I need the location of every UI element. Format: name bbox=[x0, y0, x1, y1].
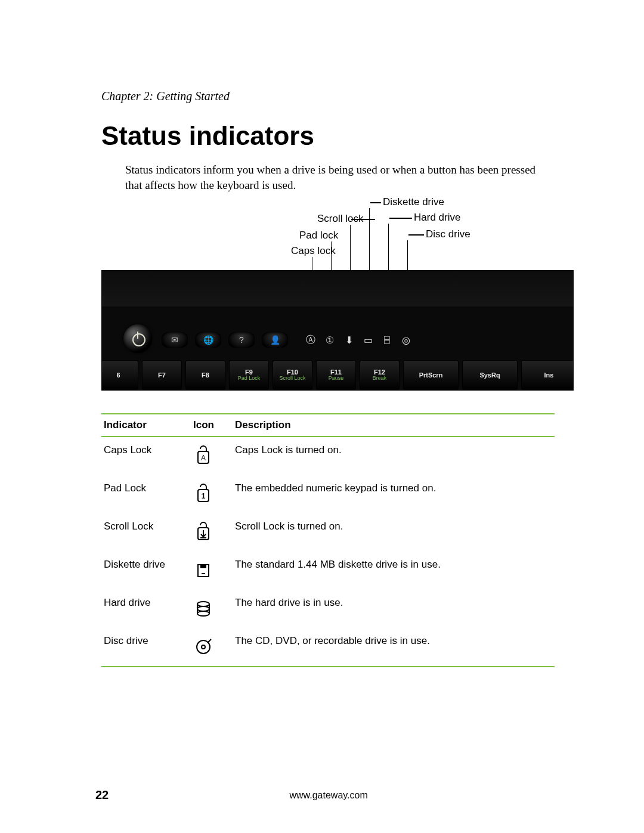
callout-line bbox=[370, 202, 381, 203]
key: PrtScrn bbox=[403, 360, 459, 390]
th-icon: Icon bbox=[193, 419, 235, 431]
table-row: Scroll LockScroll Lock is turned on. bbox=[101, 513, 555, 552]
page-footer: 22 www.gateway.com bbox=[95, 788, 549, 802]
callout-line bbox=[351, 219, 375, 220]
key-row: 6F7F8F9Pad LockF10Scroll LockF11PauseF12… bbox=[101, 360, 574, 390]
callout-disc: Disc drive bbox=[426, 228, 470, 240]
page-number: 22 bbox=[95, 788, 109, 802]
keyboard-photo: ✉ 🌐 ? 👤 Ⓐ ① ⬇ ▭ ⌸ ◎ 6F7F8F9Pad LockF10Sc… bbox=[101, 270, 574, 391]
web-icon: 🌐 bbox=[195, 332, 221, 348]
diskette-icon bbox=[193, 559, 213, 583]
user-icon: 👤 bbox=[262, 332, 288, 348]
table-row: Caps LockACaps Lock is turned on. bbox=[101, 437, 555, 475]
callout-caps: Caps lock bbox=[291, 245, 336, 257]
callout-pad: Pad lock bbox=[299, 230, 338, 241]
cell-description: The embedded numeric keypad is turned on… bbox=[235, 482, 555, 494]
table-row: Diskette driveThe standard 1.44 MB diske… bbox=[101, 552, 555, 590]
key: F11Pause bbox=[316, 360, 356, 390]
chapter-label: Chapter 2: Getting Started bbox=[101, 89, 555, 103]
key: F9Pad Lock bbox=[229, 360, 269, 390]
cell-icon: A bbox=[193, 444, 235, 468]
discdrive-icon bbox=[193, 635, 213, 659]
cell-indicator: Pad Lock bbox=[101, 482, 193, 494]
cell-description: The standard 1.44 MB diskette drive is i… bbox=[235, 559, 555, 571]
key: SysRq bbox=[462, 360, 518, 390]
intro-paragraph: Status indicators inform you when a driv… bbox=[125, 162, 555, 193]
hard-drive-icon: ⌸ bbox=[380, 333, 394, 347]
cell-icon: 1 bbox=[193, 482, 235, 506]
pad-lock-icon: ① bbox=[323, 333, 337, 347]
callout-line bbox=[389, 218, 412, 219]
callout-hard: Hard drive bbox=[414, 212, 460, 224]
svg-line-15 bbox=[208, 639, 211, 643]
cell-indicator: Diskette drive bbox=[101, 559, 193, 571]
cell-description: Caps Lock is turned on. bbox=[235, 444, 555, 456]
cell-description: The CD, DVD, or recordable drive is in u… bbox=[235, 635, 555, 647]
callout-diskette: Diskette drive bbox=[383, 196, 444, 208]
mail-icon: ✉ bbox=[162, 332, 188, 348]
cell-indicator: Scroll Lock bbox=[101, 521, 193, 532]
svg-point-14 bbox=[202, 645, 205, 649]
key: F7 bbox=[142, 360, 182, 390]
table-row: Hard driveThe hard drive is in use. bbox=[101, 590, 555, 628]
power-button-icon bbox=[123, 324, 152, 353]
key: F10Scroll Lock bbox=[273, 360, 312, 390]
svg-point-10 bbox=[197, 602, 209, 606]
shortcut-row: ✉ 🌐 ? 👤 bbox=[162, 332, 288, 348]
capslock-icon: A bbox=[193, 444, 213, 468]
indicator-strip: Ⓐ ① ⬇ ▭ ⌸ ◎ bbox=[304, 333, 413, 347]
svg-text:1: 1 bbox=[202, 492, 206, 500]
scroll-lock-icon: ⬇ bbox=[342, 333, 356, 347]
svg-text:A: A bbox=[201, 454, 206, 462]
footer-url: www.gateway.com bbox=[109, 790, 549, 801]
cell-description: The hard drive is in use. bbox=[235, 597, 555, 609]
indicator-table: Indicator Icon Description Caps LockACap… bbox=[101, 413, 555, 667]
help-icon: ? bbox=[228, 332, 255, 348]
disc-drive-icon: ◎ bbox=[399, 333, 413, 347]
cell-indicator: Disc drive bbox=[101, 635, 193, 647]
key: F12Break bbox=[360, 360, 400, 390]
indicator-diagram: Caps lock Pad lock Scroll lock Diskette … bbox=[101, 199, 555, 401]
table-header: Indicator Icon Description bbox=[101, 414, 555, 437]
cell-description: Scroll Lock is turned on. bbox=[235, 521, 555, 532]
key: Ins bbox=[521, 360, 574, 390]
key: 6 bbox=[101, 360, 138, 390]
cell-icon bbox=[193, 521, 235, 544]
cell-indicator: Caps Lock bbox=[101, 444, 193, 456]
cell-icon bbox=[193, 635, 235, 659]
th-indicator: Indicator bbox=[101, 419, 193, 431]
padlock-icon: 1 bbox=[193, 482, 213, 506]
key: F8 bbox=[185, 360, 225, 390]
svg-rect-8 bbox=[200, 565, 206, 568]
table-row: Pad Lock1The embedded numeric keypad is … bbox=[101, 475, 555, 513]
callout-line bbox=[408, 234, 424, 236]
scrolllock-icon bbox=[193, 521, 213, 544]
th-description: Description bbox=[235, 419, 555, 431]
cell-icon bbox=[193, 559, 235, 583]
caps-lock-icon: Ⓐ bbox=[304, 333, 318, 347]
svg-point-11 bbox=[197, 606, 209, 611]
cell-indicator: Hard drive bbox=[101, 597, 193, 609]
harddrive-icon bbox=[193, 597, 213, 621]
svg-rect-9 bbox=[202, 573, 205, 574]
diskette-icon: ▭ bbox=[361, 333, 375, 347]
cell-icon bbox=[193, 597, 235, 621]
svg-point-12 bbox=[197, 611, 209, 616]
page-title: Status indicators bbox=[101, 121, 555, 151]
table-row: Disc driveThe CD, DVD, or recordable dri… bbox=[101, 628, 555, 666]
